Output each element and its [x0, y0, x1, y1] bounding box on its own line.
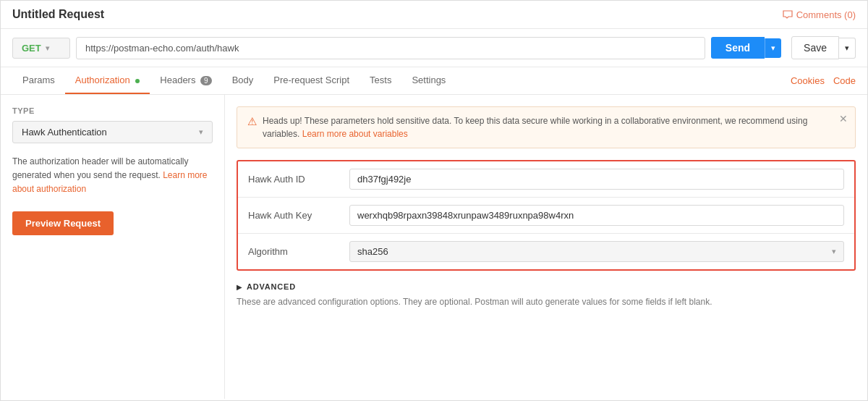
tab-headers[interactable]: Headers 9 — [150, 67, 221, 94]
advanced-header[interactable]: ▶ ADVANCED — [237, 282, 856, 291]
left-panel: TYPE Hawk Authentication ▾ The authoriza… — [1, 95, 225, 399]
hawk-auth-key-input[interactable] — [349, 205, 844, 226]
type-chevron-icon: ▾ — [199, 127, 203, 137]
alert-close-button[interactable]: ✕ — [839, 113, 848, 124]
code-link[interactable]: Code — [833, 75, 856, 86]
tab-dot-indicator — [135, 79, 140, 83]
tab-authorization[interactable]: Authorization — [65, 67, 150, 94]
send-dropdown-button[interactable]: ▾ — [765, 38, 781, 58]
algorithm-label: Algorithm — [248, 246, 349, 257]
alert-icon: ⚠ — [247, 115, 257, 128]
learn-variables-link[interactable]: Learn more about variables — [302, 129, 408, 139]
page-title: Untitled Request — [12, 8, 104, 21]
send-button[interactable]: Send — [711, 37, 765, 59]
save-btn-group: Save ▾ — [791, 36, 856, 59]
right-panel: ⚠ Heads up! These parameters hold sensit… — [225, 95, 867, 399]
tab-body[interactable]: Body — [222, 67, 264, 94]
save-button[interactable]: Save — [791, 36, 839, 59]
algorithm-chevron-icon: ▾ — [832, 247, 836, 256]
main-content: TYPE Hawk Authentication ▾ The authoriza… — [1, 95, 867, 399]
auth-description: The authorization header will be automat… — [12, 155, 213, 197]
type-select-dropdown[interactable]: Hawk Authentication ▾ — [12, 121, 213, 143]
auth-field-row-hawk-id: Hawk Auth ID — [238, 161, 854, 198]
send-btn-group: Send ▾ — [711, 37, 781, 59]
url-bar: GET ▾ Send ▾ Save ▾ — [1, 29, 867, 67]
type-select-value: Hawk Authentication — [22, 127, 107, 138]
algorithm-select[interactable]: sha256 ▾ — [349, 241, 844, 262]
hawk-auth-id-label: Hawk Auth ID — [248, 174, 349, 185]
alert-text: Heads up! These parameters hold sensitiv… — [263, 114, 845, 140]
cookies-link[interactable]: Cookies — [791, 75, 825, 86]
algorithm-value: sha256 — [357, 246, 388, 257]
tab-settings[interactable]: Settings — [401, 67, 456, 94]
url-input[interactable] — [76, 37, 705, 59]
tab-tests[interactable]: Tests — [359, 67, 401, 94]
comments-button[interactable]: Comments (0) — [783, 9, 856, 20]
type-label: TYPE — [12, 106, 213, 115]
save-dropdown-button[interactable]: ▾ — [839, 38, 856, 59]
preview-request-button[interactable]: Preview Request — [12, 211, 114, 235]
advanced-title: ADVANCED — [247, 282, 296, 291]
method-chevron-icon: ▾ — [46, 44, 49, 52]
hawk-auth-key-label: Hawk Auth Key — [248, 210, 349, 221]
auth-fields-container: Hawk Auth ID Hawk Auth Key Algorithm sha… — [237, 160, 856, 271]
auth-field-row-algorithm: Algorithm sha256 ▾ — [238, 234, 854, 269]
tab-params[interactable]: Params — [12, 67, 65, 94]
advanced-description: These are advanced configuration options… — [237, 295, 856, 309]
alert-banner: ⚠ Heads up! These parameters hold sensit… — [237, 106, 856, 148]
header: Untitled Request Comments (0) — [1, 1, 867, 29]
tabs-right: Cookies Code — [791, 75, 856, 86]
method-label: GET — [22, 43, 41, 54]
advanced-section: ▶ ADVANCED These are advanced configurat… — [237, 282, 856, 309]
tabs-bar: Params Authorization Headers 9 Body Pre-… — [1, 67, 867, 95]
method-select[interactable]: GET ▾ — [12, 38, 70, 59]
comment-icon — [783, 10, 793, 19]
advanced-triangle-icon: ▶ — [237, 283, 242, 291]
hawk-auth-id-input[interactable] — [349, 169, 844, 190]
auth-field-row-hawk-key: Hawk Auth Key — [238, 198, 854, 234]
tab-pre-request-script[interactable]: Pre-request Script — [263, 67, 359, 94]
